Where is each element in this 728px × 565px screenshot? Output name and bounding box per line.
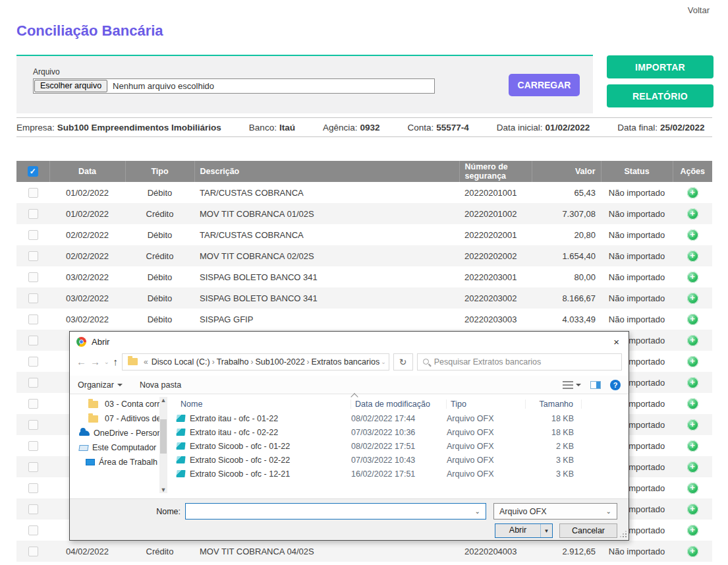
up-icon[interactable]: ↑ [113,356,119,367]
import-action-icon[interactable]: + [687,229,698,241]
preview-pane-icon[interactable] [590,381,601,389]
import-action-icon[interactable]: + [687,483,698,494]
cancel-button[interactable]: Cancelar [559,523,617,538]
row-checkbox[interactable] [28,209,38,219]
row-checkbox[interactable] [28,504,38,514]
open-button-dropdown[interactable]: ▼ [540,524,552,537]
address-chevron-icon[interactable]: ⌄ [381,359,386,365]
importar-button[interactable]: IMPORTAR [607,55,714,78]
view-mode-button[interactable] [563,381,581,389]
organizar-menu[interactable]: Organizar [78,380,123,390]
row-checkbox[interactable] [28,336,38,345]
row-checkbox[interactable] [28,293,38,303]
breadcrumb-segment[interactable]: Sub100-2022 [256,357,305,367]
file-open-dialog: Abrir × ← → ⌄ ↑ « Disco Local (C:)›Traba… [69,331,629,541]
import-action-icon[interactable]: + [687,419,698,431]
file-row[interactable]: Extrato Sicoob - ofc - 01-2208/02/2022 1… [177,439,629,453]
help-icon[interactable]: ? [610,380,621,390]
file-col-type[interactable]: Tipo [447,400,526,409]
import-action-icon[interactable]: + [687,187,698,198]
voltar-link[interactable]: Voltar [688,5,710,15]
breadcrumb-collapse[interactable]: « [142,357,150,367]
sidebar-item-label: 03 - Conta corre [105,400,164,409]
relatorio-button[interactable]: RELATÓRIO [607,84,714,107]
row-checkbox[interactable] [28,441,38,451]
sidebar-item[interactable]: 03 - Conta corre [70,397,167,411]
row-checkbox[interactable] [28,483,38,493]
row-checkbox[interactable] [28,251,38,261]
sidebar-item[interactable]: Área de Trabalh [70,455,167,469]
address-bar[interactable]: « Disco Local (C:)›Trabalho›Sub100-2022›… [122,353,389,371]
cell-descricao: SISPAG GFIP [194,309,459,330]
import-action-icon[interactable]: + [687,377,698,388]
row-checkbox[interactable] [28,272,38,282]
cell-status: Não importado [601,287,673,309]
row-checkbox[interactable] [28,378,38,388]
import-action-icon[interactable]: + [687,504,698,515]
list-view-icon [563,381,573,389]
import-action-icon[interactable]: + [687,546,698,557]
breadcrumb-separator-icon[interactable]: › [249,357,256,367]
breadcrumb-separator-icon[interactable]: › [305,357,312,367]
import-action-icon[interactable]: + [687,272,698,283]
sidebar-item[interactable]: Este Computador [70,440,167,455]
file-row[interactable]: Extrato itau - ofc - 02-2207/03/2022 10:… [177,425,629,439]
filetype-select[interactable]: Arquivo OFX ⌄ [493,503,617,520]
import-action-icon[interactable]: + [687,335,698,346]
forward-icon[interactable]: → [90,356,100,367]
import-action-icon[interactable]: + [687,293,698,304]
nova-pasta-button[interactable]: Nova pasta [140,380,181,390]
file-col-name[interactable]: Nome [177,400,351,409]
refresh-icon[interactable]: ↻ [393,353,413,371]
row-checkbox[interactable] [28,357,38,367]
file-input[interactable]: Escolher arquivo Nenhum arquivo escolhid… [33,78,435,94]
breadcrumb-separator-icon[interactable]: › [210,357,217,367]
file-row[interactable]: Extrato Sicoob - ofc - 02-2207/03/2022 1… [177,453,629,467]
file-col-modified[interactable]: Data de modificação [351,400,447,409]
import-action-icon[interactable]: + [687,398,698,409]
import-action-icon[interactable]: + [687,461,698,473]
search-input[interactable]: Pesquisar Extratos bancarios [417,353,622,371]
close-icon[interactable]: × [611,336,622,347]
cell-valor: 2.912,65 [532,541,601,562]
chevron-down-icon: ⌄ [475,508,480,515]
select-all-checkbox[interactable]: ✓ [28,166,38,177]
row-checkbox[interactable] [28,188,38,198]
breadcrumb-segment[interactable]: Extratos bancarios [312,357,380,367]
scroll-down-icon[interactable]: ▼ [159,487,167,493]
file-row[interactable]: Extrato Sicoob - ofc - 12-2116/02/2022 1… [177,467,629,481]
import-action-icon[interactable]: + [687,251,698,262]
import-action-icon[interactable]: + [687,314,698,325]
dialog-titlebar[interactable]: Abrir × [70,332,629,351]
table-row: 03/02/2022DébitoSISPAG BOLETO BANCO 3412… [16,266,712,287]
scrollbar-thumb[interactable] [160,419,167,454]
history-chevron-icon[interactable]: ⌄ [104,359,109,365]
import-action-icon[interactable]: + [687,525,698,536]
import-action-icon[interactable]: + [687,440,698,452]
import-action-icon[interactable]: + [687,356,698,367]
row-checkbox[interactable] [28,230,38,240]
back-icon[interactable]: ← [76,356,86,367]
breadcrumb-segment[interactable]: Trabalho [217,357,249,367]
row-checkbox[interactable] [28,420,38,430]
col-header-numero: Número de segurança [459,161,532,182]
sidebar-item[interactable]: OneDrive - Person [70,426,167,440]
filename-input[interactable]: ⌄ [185,503,486,520]
row-checkbox[interactable] [28,314,38,324]
file-col-size[interactable]: Tamanho [526,400,582,409]
dialog-title: Abrir [92,337,109,347]
row-checkbox[interactable] [28,547,38,556]
row-checkbox[interactable] [28,399,38,409]
resize-grip[interactable] [620,531,627,537]
sidebar-scrollbar[interactable]: ▲ ▼ [159,397,167,493]
carregar-button[interactable]: CARREGAR [509,74,580,96]
row-checkbox[interactable] [28,462,38,472]
file-row[interactable]: Extrato itau - ofc - 01-2208/02/2022 17:… [177,411,629,425]
open-button[interactable]: Abrir ▼ [495,523,553,538]
import-action-icon[interactable]: + [687,208,698,220]
choose-file-button[interactable]: Escolher arquivo [34,80,107,92]
scroll-up-icon[interactable]: ▲ [159,397,167,403]
sidebar-item[interactable]: 07 - Aditivos de [70,411,167,426]
row-checkbox[interactable] [28,525,38,535]
breadcrumb-segment[interactable]: Disco Local (C:) [152,357,210,367]
